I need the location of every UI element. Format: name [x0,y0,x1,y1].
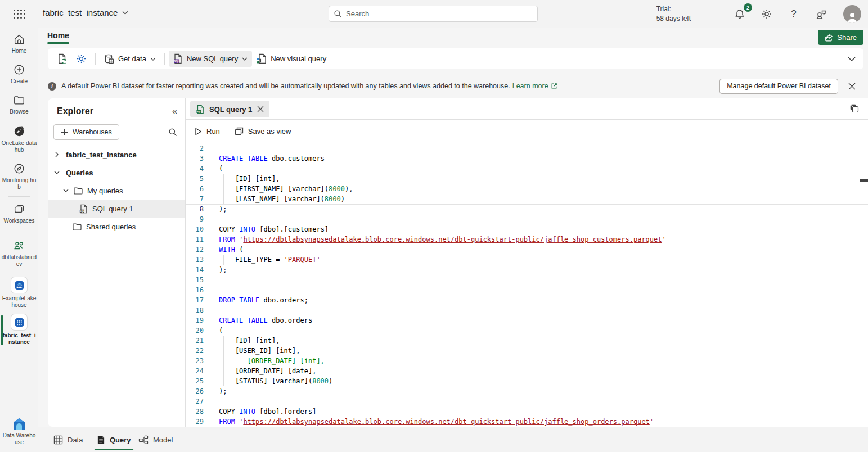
tree-item-warehouse-root[interactable]: fabric_test_instance [48,146,185,164]
line-number: 2 [186,143,204,153]
view-tab-data[interactable]: Data [53,431,83,448]
rail-item-home[interactable]: Home [0,33,38,55]
code-line[interactable]: 23 -- [ORDER_DATE] [int], [186,356,868,366]
line-number: 12 [186,245,204,255]
code-line[interactable]: 19CREATE TABLE dbo.orders [186,315,868,326]
rail-item-examplelakehouse[interactable]: ExampleLakehouse [0,277,38,309]
code-text: [LAST_NAME] [varchar](8000) [204,194,345,204]
tree-item-my-queries[interactable]: My queries [48,182,185,200]
settings-toolbar-button[interactable] [71,51,91,67]
rail-item-workspaces[interactable]: Workspaces [0,202,38,224]
toolbar-collapse-button[interactable] [848,57,856,61]
tab-home[interactable]: Home [47,31,69,44]
code-line[interactable]: 15 [186,275,868,285]
settings-button[interactable] [761,8,772,20]
code-line[interactable]: 29FROM 'https://dbtlabsynapsedatalake.bl… [186,417,868,426]
save-as-view-button[interactable]: Save as view [235,127,291,135]
line-number: 17 [186,295,204,305]
app-launcher-icon[interactable] [12,8,26,20]
help-button[interactable]: ? [789,8,798,20]
sql-file-icon: SQL [79,204,88,214]
code-text [204,305,219,315]
code-line[interactable]: 10COPY INTO [dbo].[customers] [186,224,868,234]
visual-query-icon [257,53,267,64]
rail-item-browse[interactable]: Browse [0,93,38,115]
search-input[interactable] [346,10,533,18]
share-button[interactable]: Share [818,30,863,45]
new-visual-query-button[interactable]: New visual query [252,51,331,67]
tree-item-sql-query-1[interactable]: SQL SQL query 1 [48,200,185,218]
query-tab-sql-query-1[interactable]: SQL SQL query 1 [190,101,269,117]
code-line[interactable]: 5 [ID] [int], [186,174,868,184]
code-line[interactable]: 11FROM 'https://dbtlabsynapsedatalake.bl… [186,234,868,245]
chevron-down-icon [122,11,128,15]
code-line[interactable]: 16 [186,285,868,295]
code-line[interactable]: 6 [FIRST_NAME] [varchar](8000), [186,184,868,194]
banner-close-button[interactable] [848,83,856,90]
code-line[interactable]: 28COPY INTO [dbo].[orders] [186,406,868,417]
new-sql-query-button[interactable]: SQL New SQL query [169,51,252,67]
code-line[interactable]: 14); [186,265,868,275]
code-text: [STATUS] [varchar](8000) [204,376,332,386]
code-line[interactable]: 13 FILE_TYPE = 'PARQUET' [186,255,868,265]
monitoring-compass-icon [12,162,26,175]
get-data-button[interactable]: Get data [100,51,160,67]
sql-code-editor[interactable]: 23CREATE TABLE dbo.customers4(5 [ID] [in… [186,143,868,426]
code-line[interactable]: 7 [LAST_NAME] [varchar](8000) [186,194,868,204]
code-line[interactable]: 2 [186,143,868,153]
code-line[interactable]: 21 [ID] [int], [186,336,868,346]
rail-item-fabric-test-instance[interactable]: fabric_test_instance [0,314,38,346]
code-line[interactable]: 22 [USER_ID] [int], [186,346,868,356]
add-warehouses-button[interactable]: Warehouses [53,124,119,140]
workspace-switcher[interactable]: fabric_test_instance [43,8,128,17]
code-line[interactable]: 8); [186,204,868,214]
code-line[interactable]: 12WITH ( [186,245,868,255]
view-tab-query[interactable]: Query [97,431,131,448]
learn-more-link[interactable]: Learn more [512,82,557,90]
close-icon [848,83,856,90]
collapse-explorer-icon[interactable]: « [172,106,177,116]
line-number: 5 [186,174,204,184]
tree-label: Shared queries [86,223,136,231]
code-line[interactable]: 20( [186,326,868,336]
feedback-button[interactable] [815,8,826,20]
global-search[interactable] [329,6,538,22]
refresh-script-button[interactable] [52,51,71,67]
new-visual-query-label: New visual query [271,55,326,63]
search-icon[interactable] [168,128,177,137]
copy-icon[interactable] [850,104,860,114]
code-line[interactable]: 3CREATE TABLE dbo.customers [186,153,868,164]
plus-icon [61,129,68,136]
code-text [204,396,219,406]
tree-item-shared-queries[interactable]: Shared queries [48,218,185,236]
code-line[interactable]: 25 [STATUS] [varchar](8000) [186,376,868,386]
line-number: 16 [186,285,204,295]
rail-item-create[interactable]: Create [0,63,38,85]
code-line[interactable]: 9 [186,214,868,224]
avatar[interactable] [843,5,861,23]
close-icon[interactable] [257,106,264,112]
rail-item-data-warehouse[interactable]: Data Warehouse [0,417,38,446]
toolbar-separator [95,53,96,65]
code-line[interactable]: 18 [186,305,868,315]
feedback-icon [815,8,827,20]
code-line[interactable]: 17DROP TABLE dbo.orders; [186,295,868,305]
rail-item-monitoring-hub[interactable]: Monitoring hub [0,162,38,191]
share-label: Share [837,33,857,42]
gear-blue-icon [76,53,87,64]
view-tab-model[interactable]: Model [138,431,173,448]
code-line[interactable]: 27 [186,396,868,406]
code-line[interactable]: 4( [186,164,868,174]
rail-item-onelake-data-hub[interactable]: OneLake data hub [0,125,38,153]
rail-item-dbtlabsfabricdev[interactable]: dbtlabsfabricdev [0,239,38,268]
tree-item-queries[interactable]: Queries [48,164,185,182]
notifications-button[interactable] [734,8,745,20]
overview-ruler[interactable] [860,143,868,426]
code-line[interactable]: 26); [186,386,868,396]
manage-dataset-button[interactable]: Manage default Power BI dataset [719,79,838,94]
tree-label: SQL query 1 [92,205,133,213]
tree-label: Queries [66,169,93,177]
run-button[interactable]: Run [195,127,220,135]
code-line[interactable]: 24 [ORDER_DATE] [date], [186,366,868,376]
query-tab-label: SQL query 1 [209,105,252,114]
